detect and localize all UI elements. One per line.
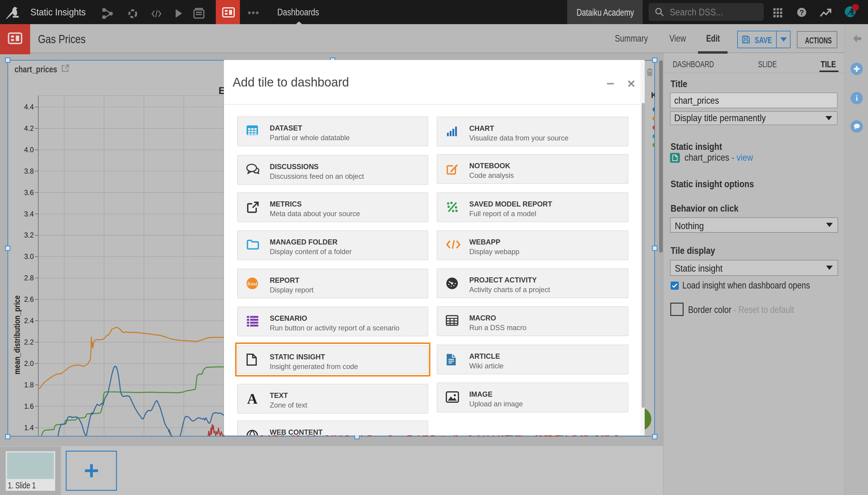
svg-text:1.6: 1.6 (24, 403, 34, 410)
svg-text:3.6: 3.6 (24, 189, 34, 197)
svg-text:2.0: 2.0 (24, 360, 34, 368)
svg-text:Rmd: Rmd (247, 281, 257, 287)
svg-text:4.2: 4.2 (24, 124, 34, 132)
svg-text:mean_distribution_price: mean_distribution_price (13, 295, 22, 374)
svg-text:2.6: 2.6 (24, 295, 34, 303)
svg-text:3.2: 3.2 (24, 231, 34, 239)
svg-text:1.8: 1.8 (24, 381, 34, 389)
svg-text:A: A (247, 393, 258, 405)
svg-text:3.0: 3.0 (24, 253, 34, 260)
svg-text:2.8: 2.8 (24, 274, 34, 282)
svg-text:4.4: 4.4 (24, 103, 34, 111)
svg-text:4.0: 4.0 (24, 146, 34, 154)
svg-text:3.8: 3.8 (24, 167, 34, 175)
svg-text:K: K (651, 91, 655, 100)
svg-text:2.4: 2.4 (24, 317, 34, 325)
svg-text:3.4: 3.4 (24, 210, 34, 218)
svg-text:1.4: 1.4 (24, 424, 34, 432)
svg-text:2.2: 2.2 (24, 338, 34, 346)
